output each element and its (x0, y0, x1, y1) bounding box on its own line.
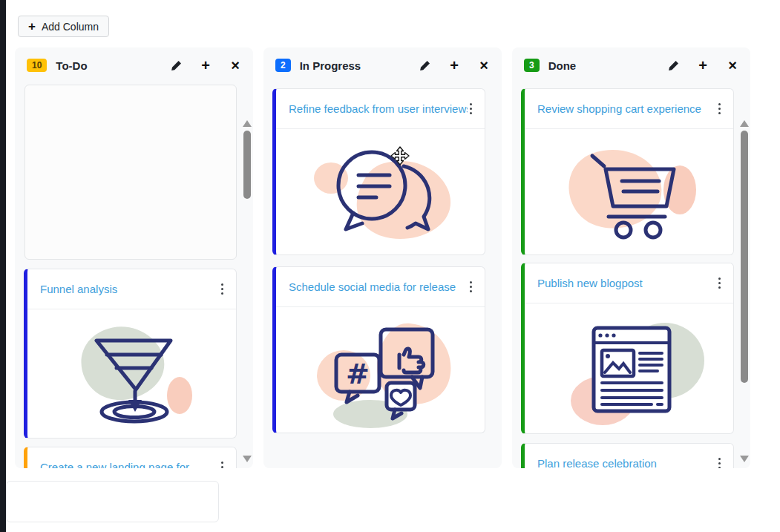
column-card-list: Funnel analysis (15, 83, 253, 468)
column-card-list: Review shopping cart experience (512, 83, 750, 468)
card-title[interactable]: Schedule social media for release (289, 280, 468, 293)
shopping-cart-illustration (548, 137, 711, 248)
social-media-illustration: # (299, 310, 462, 430)
pencil-icon (171, 60, 182, 71)
add-column-label: Add Column (42, 21, 99, 33)
close-icon: × (728, 60, 737, 70)
column-title: Done (548, 59, 577, 72)
plus-icon: + (28, 20, 36, 33)
empty-panel (6, 481, 219, 522)
column-count-badge: 2 (275, 59, 291, 72)
column-title: To-Do (56, 59, 87, 72)
card-title[interactable]: Review shopping cart experience (537, 102, 716, 115)
add-column-button[interactable]: + Add Column (18, 16, 109, 37)
plus-icon: + (698, 60, 707, 70)
scrollbar-thumb[interactable] (243, 131, 251, 199)
column-header: 2 In Progress + × (263, 47, 502, 83)
card-title[interactable]: Publish new blogpost (537, 277, 716, 289)
svg-text:#: # (346, 358, 370, 390)
plus-icon: + (450, 60, 459, 70)
drop-placeholder (24, 85, 237, 260)
column-scrollbar[interactable] (740, 120, 749, 462)
kanban-board-screen: + Add Column 10 To-Do + × (0, 0, 780, 532)
column-header: 10 To-Do + × (15, 47, 253, 83)
edit-column-button[interactable] (170, 59, 182, 71)
card-title[interactable]: Create a new landing page for (40, 461, 219, 468)
kanban-card[interactable]: Schedule social media for release (272, 266, 485, 433)
funnel-illustration (58, 314, 206, 434)
column-title: In Progress (300, 59, 361, 72)
scroll-up-icon[interactable] (243, 120, 252, 127)
card-illustration-area: # (276, 307, 485, 433)
card-illustration-area (27, 309, 236, 438)
card-menu-button[interactable] (219, 281, 226, 298)
move-cursor-icon (390, 146, 410, 165)
close-icon: × (231, 60, 240, 70)
add-card-button[interactable]: + (448, 59, 460, 71)
delete-column-button[interactable]: × (727, 59, 738, 71)
add-card-button[interactable]: + (200, 59, 212, 71)
edit-column-button[interactable] (667, 59, 679, 71)
card-illustration-area (525, 129, 733, 254)
kanban-card[interactable]: Refine feedback from user interviews (272, 88, 485, 255)
column-in-progress: 2 In Progress + × Refine feedback (263, 47, 502, 468)
kanban-card[interactable]: Review shopping cart experience (521, 88, 734, 255)
column-card-list: Refine feedback from user interviews (263, 83, 502, 468)
card-title[interactable]: Plan release celebration (537, 457, 716, 468)
close-icon: × (479, 60, 488, 70)
left-sidebar-rail (0, 0, 6, 532)
edit-column-button[interactable] (419, 59, 430, 71)
card-menu-button[interactable] (219, 459, 226, 468)
column-count-badge: 3 (524, 59, 540, 72)
pencil-icon (668, 60, 679, 71)
card-menu-button[interactable] (468, 101, 475, 117)
delete-column-button[interactable]: × (478, 59, 490, 71)
scroll-up-icon[interactable] (740, 120, 749, 127)
card-menu-button[interactable] (716, 456, 724, 468)
scrollbar-thumb[interactable] (741, 131, 748, 383)
column-count-badge: 10 (27, 59, 47, 72)
card-menu-button[interactable] (468, 279, 475, 295)
card-illustration-area (525, 303, 733, 433)
delete-column-button[interactable]: × (229, 59, 241, 71)
column-scrollbar[interactable] (243, 120, 252, 462)
chat-bubbles-illustration (298, 134, 463, 251)
kanban-card[interactable]: Publish new blogpost (521, 263, 734, 434)
scroll-down-icon[interactable] (243, 456, 252, 462)
column-done: 3 Done + × Review shopping cart e (512, 47, 750, 468)
card-title[interactable]: Refine feedback from user interviews (289, 102, 468, 115)
card-title[interactable]: Funnel analysis (40, 283, 219, 295)
kanban-card[interactable]: Funnel analysis (24, 269, 237, 439)
scroll-down-icon[interactable] (740, 456, 749, 462)
card-menu-button[interactable] (716, 275, 724, 292)
pencil-icon (419, 60, 430, 71)
add-card-button[interactable]: + (697, 59, 709, 71)
kanban-card[interactable]: Plan release celebration (521, 443, 734, 468)
plus-icon: + (201, 60, 210, 70)
card-illustration-area (276, 129, 485, 254)
kanban-card[interactable]: Create a new landing page for (24, 447, 237, 468)
column-header: 3 Done + × (512, 47, 750, 83)
card-menu-button[interactable] (716, 101, 724, 117)
blogpost-illustration (548, 307, 711, 430)
column-todo: 10 To-Do + × Funnel analy (15, 47, 253, 468)
